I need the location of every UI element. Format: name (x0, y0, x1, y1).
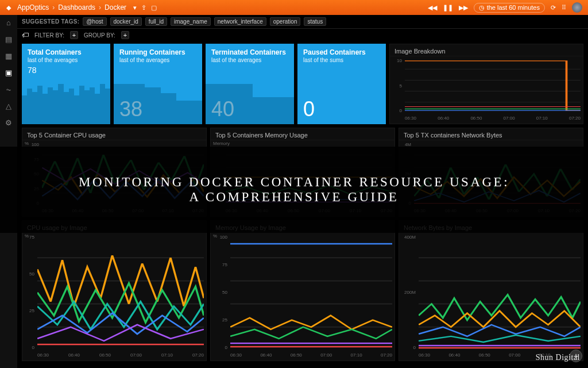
panel-title: Top 5 Container CPU usage (22, 128, 206, 140)
crumb-docker[interactable]: Docker (105, 3, 126, 12)
nav-grid-icon[interactable]: ▦ (5, 52, 12, 60)
solarwinds-logo: ◆ (3, 4, 14, 12)
panel-title: Top 5 Containers Memory Usage (211, 128, 394, 140)
card-terminated-containers[interactable]: Terminated Containers last of the averag… (206, 44, 294, 124)
suggested-tags-row: SUGGESTED TAGS: @host docker_id full_id … (17, 15, 588, 29)
nav-metrics-icon[interactable]: ⏦ (6, 85, 11, 94)
refresh-icon[interactable]: ⟳ (551, 4, 556, 12)
suggested-tags-label: SUGGESTED TAGS: (22, 18, 79, 25)
chevron-down-icon[interactable]: ▾ (133, 4, 137, 12)
apps-grid-icon[interactable]: ⠿ (562, 4, 566, 12)
card-total-containers[interactable]: Total Containers last of the averages 78 (22, 44, 110, 124)
tag-operation[interactable]: operation (270, 17, 301, 26)
rewind-icon[interactable]: ◀◀ (428, 4, 437, 12)
card-subtitle: last of the sums (303, 57, 380, 63)
avatar[interactable] (572, 2, 582, 13)
fullscreen-icon[interactable]: ▢ (151, 4, 157, 12)
chart-body (419, 235, 581, 350)
share-icon[interactable]: ⇪ (141, 4, 146, 12)
tag-full-id[interactable]: full_id (145, 17, 167, 26)
x-axis: 06:3006:4006:5007:0007:1007:20 (405, 116, 581, 122)
sparkline (297, 84, 386, 124)
clock-icon: ◷ (479, 4, 485, 12)
sparkline (114, 84, 202, 124)
panel-mem-by-image[interactable]: Memory Usage by Image%100755025006:3006:… (210, 220, 395, 361)
panel-title: Image Breakdown (390, 44, 583, 56)
top-bar: ◆ AppOptics › Dashboards › Docker ▾ ⇪ ▢ … (0, 0, 588, 15)
overlay-subheading: A COMPREHENSIVE GUIDE (189, 190, 399, 205)
filter-row: 🏷 FILTER BY: + GROUP BY: + (17, 29, 588, 44)
chart-body (405, 58, 581, 113)
card-subtitle: last of the averages (119, 57, 196, 63)
card-subtitle: last of the averages (28, 57, 105, 63)
add-group-button[interactable]: + (121, 31, 129, 39)
crumb-dashboards[interactable]: Dashboards (58, 3, 95, 12)
card-title: Running Containers (119, 48, 196, 56)
time-range-selector[interactable]: ◷ the last 60 minutes (474, 3, 545, 13)
chevron-right-icon: › (98, 3, 102, 12)
breadcrumb: AppOptics › Dashboards › Docker (17, 3, 126, 12)
panel-image-breakdown[interactable]: Image Breakdown105006:3006:4006:5007:000… (389, 44, 583, 124)
card-value: 78 (28, 66, 105, 75)
tag-status[interactable]: status (304, 17, 326, 26)
nav-home-icon[interactable]: ⌂ (6, 18, 11, 27)
card-title: Paused Containers (303, 48, 380, 56)
chart-body (230, 235, 392, 350)
card-paused-containers[interactable]: Paused Containers last of the sums 0 (297, 44, 386, 124)
card-running-containers[interactable]: Running Containers last of the averages … (114, 44, 202, 124)
nav-dashboards-icon[interactable]: ▣ (5, 68, 12, 77)
nav-alerts-icon[interactable]: △ (6, 102, 11, 110)
y-axis: 400M200M0 (399, 235, 417, 350)
tag-icon: 🏷 (22, 31, 29, 39)
card-title: Terminated Containers (211, 48, 288, 56)
add-filter-button[interactable]: + (70, 31, 78, 39)
card-title: Total Containers (28, 48, 105, 56)
crumb-appoptics[interactable]: AppOptics (17, 3, 49, 12)
panel-cpu-by-image[interactable]: CPU usage by Image%755025006:3006:4006:5… (22, 220, 207, 361)
article-overlay: MONITORING DOCKER CONTAINER RESOURCE USA… (0, 147, 588, 233)
tag-image-name[interactable]: image_name (171, 17, 211, 26)
sparkline (206, 84, 294, 124)
panel-title: Top 5 TX containers Network Bytes (399, 128, 583, 140)
y-axis: 7550250 (22, 235, 36, 350)
x-axis: 06:3006:4006:5007:0007:1007:20 (37, 352, 204, 359)
x-axis: 06:3006:4006:5007:0007:1007:20 (230, 352, 392, 359)
y-axis: 1050 (390, 58, 404, 113)
top-right-controls: ◀◀ ❚❚ ▶▶ ◷ the last 60 minutes ⟳ ⠿ (428, 2, 585, 13)
nav-settings-icon[interactable]: ⚙ (5, 118, 12, 127)
forward-icon[interactable]: ▶▶ (459, 4, 468, 12)
time-range-label: the last 60 minutes (487, 4, 540, 11)
panel-net-by-image[interactable]: Network Bytes by Image400M200M006:3006:4… (399, 220, 583, 361)
nav-list-icon[interactable]: ▤ (5, 35, 12, 44)
tag-network-if[interactable]: network_interface (214, 17, 266, 26)
watermark: Shun Digital (536, 353, 580, 362)
y-axis: 1007550250 (211, 235, 229, 350)
pause-icon[interactable]: ❚❚ (443, 4, 453, 12)
chevron-right-icon: › (51, 3, 56, 12)
overlay-heading: MONITORING DOCKER CONTAINER RESOURCE USA… (79, 175, 509, 190)
sparkline (22, 84, 110, 124)
tag-host[interactable]: @host (83, 17, 106, 26)
group-by-label: GROUP BY: (84, 32, 115, 39)
chart-body (37, 235, 204, 350)
tag-docker-id[interactable]: docker_id (110, 17, 142, 26)
filter-by-label: FILTER BY: (34, 32, 64, 39)
breadcrumb-actions: ▾ ⇪ ▢ (133, 4, 157, 12)
card-subtitle: last of the averages (211, 57, 288, 63)
